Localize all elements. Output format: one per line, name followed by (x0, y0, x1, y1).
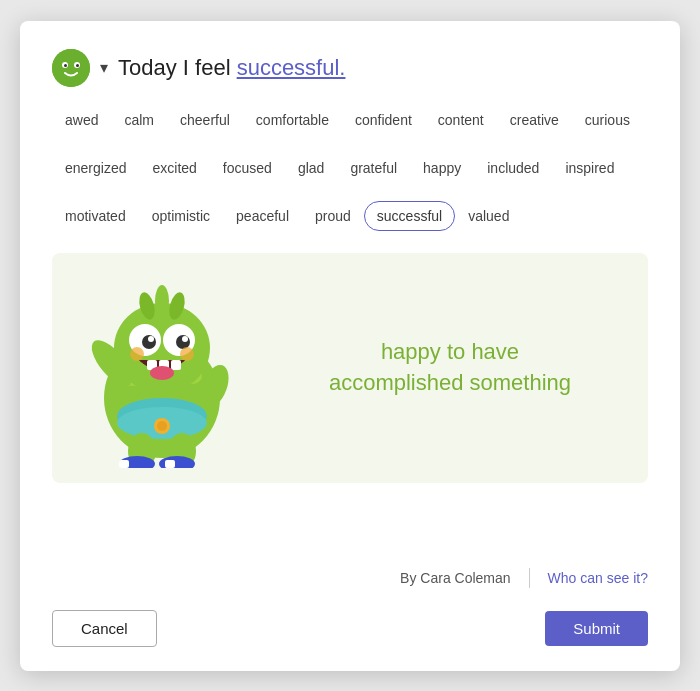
emotion-row-3: motivatedoptimisticpeacefulproudsuccessf… (52, 201, 648, 231)
emotion-optimistic[interactable]: optimistic (139, 201, 223, 231)
header: 🟢 ▾ Today I feel successful. (52, 49, 648, 87)
illustration-box: happy to have accomplished something (52, 253, 648, 483)
actions-row: Cancel Submit (52, 610, 648, 647)
svg-point-23 (182, 336, 188, 342)
title-prefix: Today I feel (118, 55, 231, 80)
illustration-text-line2: accomplished something (329, 370, 571, 395)
feeling-word: successful. (237, 55, 346, 80)
emotion-row-1: awedcalmcheerfulcomfortableconfidentcont… (52, 105, 648, 135)
monster-area (62, 268, 262, 468)
emotion-row-2: energizedexcitedfocusedgladgratefulhappy… (52, 153, 648, 183)
emotion-motivated[interactable]: motivated (52, 201, 139, 231)
emotion-creative[interactable]: creative (497, 105, 572, 135)
svg-point-3 (64, 64, 67, 67)
monster-illustration (77, 268, 247, 468)
emotion-happy[interactable]: happy (410, 153, 474, 183)
svg-point-16 (155, 285, 169, 317)
cancel-button[interactable]: Cancel (52, 610, 157, 647)
svg-rect-35 (119, 460, 129, 468)
illustration-text-line1: happy to have (381, 339, 519, 364)
emotion-comfortable[interactable]: comfortable (243, 105, 342, 135)
emotion-awed[interactable]: awed (52, 105, 111, 135)
svg-point-13 (157, 421, 167, 431)
emotion-excited[interactable]: excited (140, 153, 210, 183)
footer-info: By Cara Coleman Who can see it? (400, 568, 648, 588)
avatar-face-icon (52, 49, 90, 87)
submit-button[interactable]: Submit (545, 611, 648, 646)
emotion-glad[interactable]: glad (285, 153, 337, 183)
by-author: By Cara Coleman (400, 570, 511, 586)
emotion-peaceful[interactable]: peaceful (223, 201, 302, 231)
emotion-valued[interactable]: valued (455, 201, 522, 231)
footer-row: By Cara Coleman Who can see it? (52, 558, 648, 588)
emotion-successful[interactable]: successful (364, 201, 455, 231)
emotion-cheerful[interactable]: cheerful (167, 105, 243, 135)
svg-point-0 (52, 49, 90, 87)
emotion-proud[interactable]: proud (302, 201, 364, 231)
svg-point-4 (76, 64, 79, 67)
svg-rect-26 (171, 360, 181, 370)
emotion-calm[interactable]: calm (111, 105, 167, 135)
illustration-description: happy to have accomplished something (282, 337, 618, 399)
emotion-confident[interactable]: confident (342, 105, 425, 135)
emotion-energized[interactable]: energized (52, 153, 140, 183)
emotion-curious[interactable]: curious (572, 105, 643, 135)
emotion-focused[interactable]: focused (210, 153, 285, 183)
svg-rect-37 (165, 460, 175, 468)
svg-point-22 (148, 336, 154, 342)
svg-point-27 (150, 366, 174, 380)
emotion-included[interactable]: included (474, 153, 552, 183)
svg-point-28 (130, 347, 144, 361)
emotion-inspired[interactable]: inspired (552, 153, 627, 183)
footer-divider (529, 568, 530, 588)
emotion-content[interactable]: content (425, 105, 497, 135)
chevron-down-icon[interactable]: ▾ (100, 58, 108, 77)
header-title: Today I feel successful. (118, 55, 345, 81)
avatar: 🟢 (52, 49, 90, 87)
emotion-grateful[interactable]: grateful (337, 153, 410, 183)
who-can-see-link[interactable]: Who can see it? (548, 570, 648, 586)
svg-point-29 (180, 347, 194, 361)
modal-container: 🟢 ▾ Today I feel successful. awedcalmche… (20, 21, 680, 671)
